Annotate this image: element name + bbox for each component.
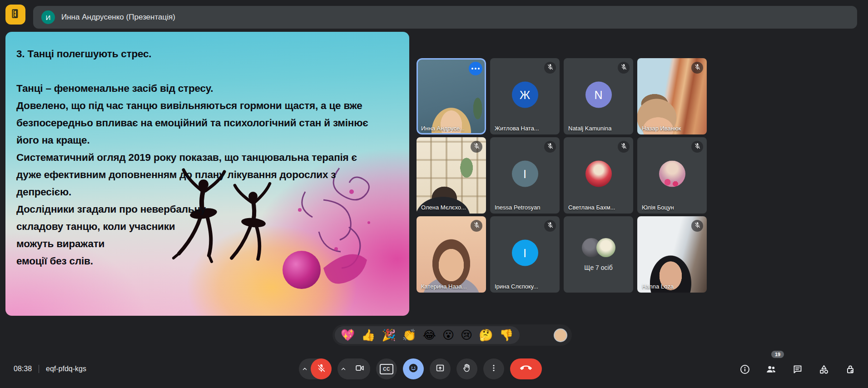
host-controls-button[interactable] <box>845 365 856 376</box>
presentation-slide-tile[interactable]: 3. Танці полегшують стрес.Танці – феноме… <box>5 32 409 316</box>
participant-tile[interactable]: Ж Житлова Ната... <box>490 58 560 134</box>
slide-line: можуть виражати <box>16 235 402 253</box>
end-call-button[interactable] <box>510 358 542 379</box>
mic-mute-button[interactable] <box>311 358 332 379</box>
participant-grid: Инна Андрусе... Ж Житлова Ната... N Na <box>417 58 707 293</box>
reactions-toggle-button[interactable] <box>403 358 424 379</box>
app-launcher-button[interactable] <box>5 5 25 25</box>
participant-avatar: Ж <box>512 82 538 108</box>
mic-off-badge <box>618 62 630 74</box>
show-everyone-button[interactable]: 19 <box>766 365 777 376</box>
participant-avatar <box>659 161 685 187</box>
tile-name: Инна Андрусе... <box>421 125 465 132</box>
meeting-details-button[interactable] <box>739 365 750 376</box>
mic-off-icon <box>694 64 701 72</box>
participant-avatar: I <box>512 240 538 266</box>
presentation-banner[interactable]: И Инна Андрусенко (Презентація) <box>33 6 857 29</box>
reaction-emoji-button[interactable]: 👏 <box>402 329 417 341</box>
mic-off-badge <box>471 141 482 153</box>
mic-off-badge <box>544 62 556 74</box>
tile-name: Inessa Petrosyan <box>495 204 540 211</box>
participant-tile[interactable]: Ще 7 осіб Ще 7 осіб <box>564 216 633 293</box>
participant-tile[interactable]: I Ірина Слєпоку... <box>490 216 560 293</box>
reaction-emoji-button[interactable]: 👍 <box>361 329 375 341</box>
reaction-emoji-button[interactable]: 😢 <box>461 329 472 341</box>
presenter-name: Инна Андрусенко (Презентація) <box>61 13 175 22</box>
participant-avatar: N <box>585 82 612 108</box>
mic-off-icon <box>317 363 326 375</box>
mic-off-icon <box>694 222 701 230</box>
panel-controls: 19 <box>739 365 856 376</box>
reaction-emoji-button[interactable]: 🎉 <box>382 329 396 341</box>
meeting-code: eqf-pfdq-kgs <box>46 365 86 373</box>
reaction-emoji-button[interactable]: 😂 <box>423 329 436 341</box>
participant-tile[interactable]: Катерина Наза... <box>417 216 486 293</box>
mic-off-icon <box>620 64 627 72</box>
tile-name: Назар Иванюк <box>642 125 681 132</box>
participant-tile[interactable]: Назар Иванюк <box>637 58 707 134</box>
clock-time: 08:38 <box>14 365 32 373</box>
raise-hand-icon <box>462 363 472 375</box>
present-screen-button[interactable] <box>430 358 451 379</box>
participant-tile[interactable]: Олена Мєлєхо... <box>417 137 486 214</box>
activities-button[interactable] <box>818 365 829 376</box>
participant-tile[interactable]: N Natalj Kamunina <box>564 58 633 134</box>
participant-tile[interactable]: I Inessa Petrosyan <box>490 137 560 214</box>
slide-line: безпосередньо впливає на емоційний та пс… <box>16 114 402 132</box>
slide-line: Дослідники згадали про невербальну <box>16 201 402 218</box>
participant-tile[interactable]: Инна Андрусе... <box>417 58 486 134</box>
tile-name: Катерина Наза... <box>421 283 467 290</box>
reaction-emoji-button[interactable]: 👎 <box>499 329 513 341</box>
reaction-emoji-button[interactable]: 💖 <box>341 329 355 341</box>
activities-icon <box>818 364 829 377</box>
slide-line: Систематичний огляд 2019 року показав, щ… <box>16 149 402 166</box>
captions-icon: CC <box>380 364 393 374</box>
mic-off-badge <box>544 220 556 232</box>
tile-name: Житлова Ната... <box>495 125 539 132</box>
reaction-emoji-button[interactable]: 😮 <box>442 329 454 341</box>
chat-icon <box>792 364 803 377</box>
skin-tone-selector[interactable] <box>554 328 567 342</box>
tile-name: Ірина Слєпоку... <box>495 283 538 290</box>
reactions-bar: 💖👍🎉👏😂😮😢🤔👎 <box>332 324 572 346</box>
reactions-list: 💖👍🎉👏😂😮😢🤔👎 <box>335 326 520 344</box>
captions-button[interactable]: CC <box>376 358 397 379</box>
raise-hand-button[interactable] <box>456 358 477 379</box>
mic-off-badge <box>544 141 556 153</box>
mic-control-group <box>299 358 332 379</box>
mic-off-badge <box>691 62 703 74</box>
reactions-smiley-icon <box>407 362 419 376</box>
mic-options-chevron-up-icon[interactable] <box>299 366 311 372</box>
chat-button[interactable] <box>792 365 803 376</box>
slide-text: 3. Танці полегшують стрес.Танці – феноме… <box>16 45 402 270</box>
participant-tile[interactable]: Hanna Loza <box>637 216 707 293</box>
mic-off-badge <box>618 141 630 153</box>
door-icon <box>10 8 21 21</box>
overflow-avatars <box>582 238 615 257</box>
participant-avatar <box>585 161 612 187</box>
slide-line: депресією. <box>16 184 402 201</box>
avatar <box>596 238 615 257</box>
overflow-count-label: Ще 7 осіб <box>564 264 633 271</box>
meet-window: И Инна Андрусенко (Презентація) <box>0 0 868 388</box>
more-options-badge[interactable] <box>469 62 482 75</box>
reaction-emoji-button[interactable]: 🤔 <box>479 329 493 341</box>
slide-line: складову танцю, коли учасники <box>16 218 402 235</box>
camera-options-chevron-up-icon[interactable] <box>337 366 349 372</box>
participant-tile[interactable]: Светлана Бахм... <box>564 137 633 214</box>
tile-name: Natalj Kamunina <box>568 125 611 132</box>
more-options-button[interactable] <box>483 358 504 379</box>
people-icon <box>765 363 777 377</box>
mic-off-badge <box>691 141 703 153</box>
slide-line: 3. Танці полегшують стрес. <box>16 45 402 63</box>
avatar-initial: И <box>46 14 51 21</box>
participant-count-badge: 19 <box>771 351 784 358</box>
camera-button[interactable] <box>349 358 370 379</box>
slide-line: Довелено, що під час танцю вивільняються… <box>16 97 402 114</box>
tile-name: Юлія Боцун <box>642 204 674 211</box>
participant-avatar: I <box>512 161 538 187</box>
tile-name: Светлана Бахм... <box>568 204 615 211</box>
slide-line: емоції без слів. <box>16 253 402 270</box>
participant-tile[interactable]: Юлія Боцун <box>637 137 707 214</box>
tile-name: Олена Мєлєхо... <box>421 204 466 211</box>
